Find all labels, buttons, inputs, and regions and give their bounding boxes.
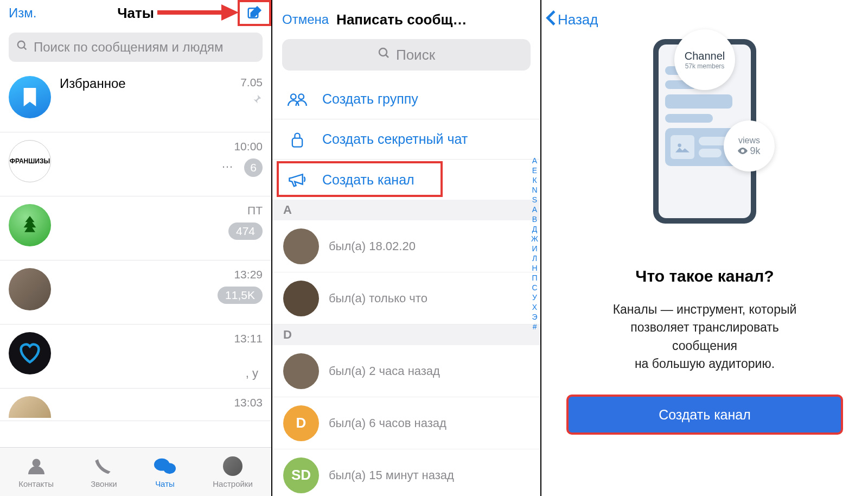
channel-heading: Что такое канал? xyxy=(541,267,868,285)
chats-title: Чаты xyxy=(117,5,154,22)
contact-row[interactable]: SDбыл(а) 15 минут назад xyxy=(272,449,540,496)
chat-list: Избранное 7.05 ФРАНШИЗЫ 10:00 6 … xyxy=(0,68,271,421)
views-bubble: views 9k xyxy=(724,120,775,171)
tab-label: Звонки xyxy=(91,479,117,488)
channel-bubble: Channel 57k members xyxy=(674,29,735,90)
svg-rect-12 xyxy=(292,138,302,147)
create-channel-button[interactable]: Создать канал xyxy=(566,395,843,435)
index-letter[interactable]: Н xyxy=(532,264,537,272)
index-letter[interactable]: Х xyxy=(532,303,537,311)
bubble-title: Channel xyxy=(685,50,725,62)
back-button[interactable]: Назад xyxy=(545,10,598,30)
contact-status: был(а) только что xyxy=(329,291,427,306)
contact-row[interactable]: Dбыл(а) 6 часов назад xyxy=(272,397,540,449)
new-message-header: Отмена Написать сообщ… xyxy=(272,0,540,39)
views-label: views xyxy=(738,136,760,145)
views-value: 9k xyxy=(750,145,760,157)
index-letter[interactable]: N xyxy=(532,186,537,194)
eye-icon xyxy=(738,145,748,157)
chat-row-saved[interactable]: Избранное 7.05 xyxy=(0,68,271,132)
avatar xyxy=(9,268,51,310)
image-placeholder-icon xyxy=(671,135,694,159)
avatar: D xyxy=(283,405,319,441)
cancel-button[interactable]: Отмена xyxy=(282,12,329,27)
index-letter[interactable]: С xyxy=(532,283,537,292)
alphabet-index[interactable]: АЕКNSАВДЖИЛНПСУХЭ# xyxy=(531,156,538,331)
settings-icon xyxy=(222,455,244,477)
section-header: D xyxy=(272,325,540,345)
chat-row[interactable]: 13:11 , у xyxy=(0,325,271,389)
megaphone-icon xyxy=(286,171,308,188)
chat-time: 13:29 xyxy=(218,268,263,281)
search-input[interactable]: Поиск по сообщениям и людям xyxy=(9,33,263,62)
tab-settings[interactable]: Настройки xyxy=(213,455,253,488)
chats-icon xyxy=(154,455,176,477)
index-letter[interactable]: # xyxy=(533,322,537,331)
index-letter[interactable]: П xyxy=(532,274,538,282)
create-group-button[interactable]: Создать группу xyxy=(272,79,540,119)
index-letter[interactable]: Е xyxy=(532,166,537,175)
tab-chats[interactable]: Чаты xyxy=(154,455,176,488)
tab-bar: Контакты Звонки Чаты Настройки xyxy=(0,447,271,496)
avatar xyxy=(9,332,51,374)
svg-point-8 xyxy=(379,48,387,56)
chat-row[interactable]: ПТ 474 xyxy=(0,196,271,260)
svg-point-10 xyxy=(291,94,296,99)
index-letter[interactable]: Л xyxy=(532,254,537,263)
svg-point-7 xyxy=(163,463,176,474)
search-icon xyxy=(378,47,391,63)
contact-status: был(а) 2 часа назад xyxy=(329,364,440,378)
channel-intro-screen: Назад Channel 57k members views 9k xyxy=(541,0,868,496)
chat-row[interactable]: 13:29 11,5K xyxy=(0,260,271,325)
chat-time: 10:00 xyxy=(234,140,263,153)
compose-button[interactable] xyxy=(238,0,271,26)
contact-row[interactable]: был(а) только что xyxy=(272,272,540,325)
back-label: Назад xyxy=(558,11,598,28)
chat-name: Избранное xyxy=(60,76,263,91)
search-placeholder: Поиск xyxy=(396,47,435,63)
action-label: Создать группу xyxy=(322,91,418,107)
chat-time: 13:03 xyxy=(234,396,263,409)
index-letter[interactable]: Э xyxy=(532,313,538,321)
unread-badge: 6 xyxy=(244,158,263,177)
index-letter[interactable]: А xyxy=(532,205,537,214)
index-letter[interactable]: У xyxy=(532,293,537,302)
new-message-screen: Отмена Написать сообщ… Поиск Создать гру… xyxy=(272,0,541,496)
chat-row[interactable]: 13:03 xyxy=(0,389,271,421)
index-letter[interactable]: В xyxy=(532,215,537,224)
channel-illustration: Channel 57k members views 9k xyxy=(541,39,868,224)
chevron-left-icon xyxy=(545,10,557,30)
avatar: SD xyxy=(283,457,319,493)
tab-calls[interactable]: Звонки xyxy=(91,455,117,488)
tab-contacts[interactable]: Контакты xyxy=(18,455,54,488)
search-input[interactable]: Поиск xyxy=(282,39,531,71)
contact-status: был(а) 15 минут назад xyxy=(329,468,454,482)
chats-header: Изм. Чаты xyxy=(0,0,271,26)
index-letter[interactable]: И xyxy=(532,244,538,253)
pin-icon xyxy=(251,93,263,108)
msg-fragment: , у xyxy=(246,366,258,380)
create-channel-button[interactable]: Создать канал xyxy=(272,160,540,200)
avatar xyxy=(9,396,51,418)
contact-row[interactable]: был(а) 2 часа назад xyxy=(272,345,540,397)
index-letter[interactable]: Ж xyxy=(531,234,538,243)
index-letter[interactable]: К xyxy=(532,176,537,185)
contact-status: был(а) 18.02.20 xyxy=(329,239,416,253)
chat-row[interactable]: ФРАНШИЗЫ 10:00 6 … xyxy=(0,132,271,196)
svg-point-5 xyxy=(32,459,40,467)
index-letter[interactable]: S xyxy=(532,195,537,204)
contact-row[interactable]: был(а) 18.02.20 xyxy=(272,220,540,272)
compose-icon xyxy=(246,5,263,21)
create-secret-chat-button[interactable]: Создать секретный чат xyxy=(272,119,540,160)
index-letter[interactable]: Д xyxy=(532,225,537,233)
index-letter[interactable]: А xyxy=(532,156,537,165)
svg-point-13 xyxy=(678,144,681,148)
avatar xyxy=(283,353,319,389)
unread-badge: 11,5K xyxy=(218,287,263,304)
group-icon xyxy=(286,92,308,107)
tab-label: Контакты xyxy=(18,479,54,488)
edit-button[interactable]: Изм. xyxy=(9,5,36,21)
svg-line-9 xyxy=(386,55,388,58)
avatar: ФРАНШИЗЫ xyxy=(9,140,51,182)
svg-point-3 xyxy=(18,41,25,48)
